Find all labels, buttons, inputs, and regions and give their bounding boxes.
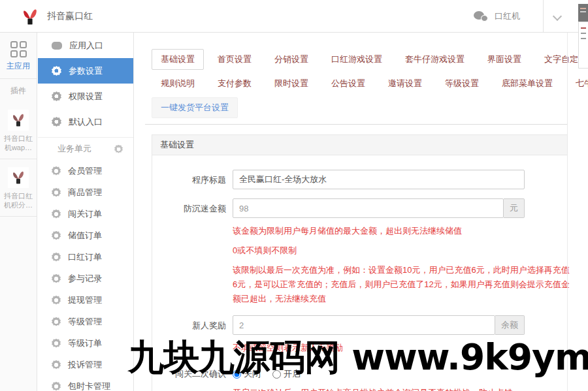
business-section-header: 业务单元	[38, 137, 133, 160]
settings-tabs: 基础设置首页设置分销设置口红游戏设置套牛仔游戏设置界面设置文字自定义储值设置 规…	[152, 49, 588, 118]
gear-icon	[52, 210, 61, 219]
sidebar-business-item[interactable]: 参与记录	[38, 268, 133, 289]
sidebar-item-label: 储值订单	[68, 230, 102, 242]
program-title-label: 程序标题	[152, 170, 226, 189]
sidebar-business-item[interactable]: 提现管理	[38, 289, 133, 311]
settings-tab[interactable]: 七牛设置	[566, 73, 588, 94]
confirm-hint: 开启二次确认后，用户开始点商品挑战之前会询问是否真的挑战，防止点错	[233, 386, 525, 391]
gear-icon	[52, 360, 61, 369]
topbar: 抖音赢口红 口红机	[0, 0, 588, 33]
account-menu[interactable]: 口红机	[474, 0, 520, 33]
app-title: 抖音赢口红	[47, 10, 93, 22]
anti-addiction-row: 防沉迷金额 元 该金额为限制用户每月储值的最大金额，超出则无法继续储值 0或不填…	[152, 198, 567, 306]
settings-tab[interactable]: 一键发货平台设置	[152, 97, 238, 118]
business-section-label: 业务单元	[57, 143, 91, 155]
anti-addiction-label: 防沉迷金额	[152, 198, 226, 306]
sidebar-business-item[interactable]: 商品管理	[38, 181, 133, 203]
program-title-input[interactable]	[233, 170, 525, 189]
sidebar-business-item[interactable]: 口红订单	[38, 246, 133, 268]
cutoff-panel-top	[578, 4, 588, 22]
grid-icon	[10, 41, 27, 57]
sidebar-business-item[interactable]: 等级订单	[38, 332, 133, 354]
newbie-reward-input[interactable]	[233, 315, 495, 335]
settings-tab[interactable]: 等级设置	[436, 73, 488, 94]
sidebar-item-permission-settings[interactable]: 权限设置	[38, 84, 133, 109]
sidebar: 应用入口 参数设置 权限设置 默认入口 业务单元 会员管理 商品管理 闯关订单	[38, 33, 134, 391]
sidebar-business-item[interactable]: 闯关订单	[38, 203, 133, 225]
tab-label: 七牛设置	[576, 78, 588, 88]
yuan-addon: 元	[504, 198, 525, 218]
tab-label: 套牛仔游戏设置	[405, 54, 465, 64]
tab-label: 基础设置	[161, 54, 195, 64]
plugins-section-label: 插件	[0, 79, 37, 102]
settings-tab[interactable]: 邀请设置	[379, 73, 431, 94]
sidebar-item-label: 会员管理	[68, 165, 102, 177]
sidebar-item-label: 权限设置	[69, 91, 103, 102]
sidebar-business-item[interactable]: 储值订单	[38, 225, 133, 246]
chevron-down-icon[interactable]	[553, 12, 562, 21]
left-rail: 主应用 插件 抖音口红机wap… 抖音口红机积分…	[0, 33, 37, 391]
gear-icon	[52, 231, 61, 240]
tab-label: 支付参数	[218, 78, 252, 88]
sidebar-business-item[interactable]: 包时卡管理	[38, 375, 133, 391]
settings-tab[interactable]: 分销设置	[265, 49, 318, 70]
app-logo-icon	[18, 5, 42, 28]
tab-row-3: 一键发货平台设置	[152, 97, 588, 118]
sidebar-item-label: 提现管理	[68, 294, 102, 306]
gear-icon	[52, 382, 61, 391]
business-item-list: 会员管理 商品管理 闯关订单 储值订单 口红订单 参与记录 提现管理	[38, 160, 133, 391]
wechat-icon	[474, 10, 489, 22]
sidebar-item-label: 等级订单	[68, 337, 102, 349]
tab-row-1: 基础设置首页设置分销设置口红游戏设置套牛仔游戏设置界面设置文字自定义储值设置	[152, 49, 588, 70]
anti-addiction-hint-3: 该限制以最后一次充值为准，例如：设置金额10元，用户已充值6元，此时用户选择再充…	[233, 263, 570, 306]
settings-tab[interactable]: 套牛仔游戏设置	[396, 49, 474, 70]
settings-tab[interactable]: 底部菜单设置	[493, 73, 562, 94]
settings-tab[interactable]: 限时设置	[265, 73, 318, 94]
sidebar-item-param-settings[interactable]: 参数设置	[38, 58, 133, 84]
sidebar-item-app-entry[interactable]: 应用入口	[38, 33, 133, 58]
sidebar-business-item[interactable]: 会员管理	[38, 160, 133, 181]
settings-tab[interactable]: 口红游戏设置	[322, 49, 391, 70]
settings-tab[interactable]: 规则说明	[152, 73, 204, 94]
rail-item-plugin-points[interactable]: 抖音口红机积分…	[0, 159, 37, 217]
tab-label: 等级设置	[445, 78, 479, 88]
tabs-divider	[145, 124, 567, 125]
lipstick-plugin-icon	[8, 110, 29, 131]
lipstick-plugin-icon	[8, 167, 29, 188]
sidebar-item-label: 默认入口	[69, 116, 103, 128]
tab-label: 邀请设置	[388, 78, 422, 88]
sidebar-item-default-entry[interactable]: 默认入口	[38, 109, 133, 134]
tab-label: 分销设置	[274, 54, 308, 64]
sidebar-item-label: 等级管理	[68, 316, 102, 328]
settings-tab[interactable]: 基础设置	[152, 49, 204, 70]
settings-tab[interactable]: 公告设置	[322, 73, 374, 94]
rail-item-main-app[interactable]: 主应用	[0, 33, 37, 79]
settings-tab[interactable]: 支付参数	[208, 73, 261, 94]
account-label: 口红机	[495, 10, 520, 22]
sidebar-item-label: 闯关订单	[68, 208, 102, 220]
anti-addiction-input[interactable]	[233, 198, 504, 218]
settings-tab[interactable]: 界面设置	[478, 49, 531, 70]
tab-label: 公告设置	[331, 78, 365, 88]
gear-icon	[52, 166, 61, 176]
sidebar-business-item[interactable]: 等级管理	[38, 311, 133, 332]
plugin-points-label: 抖音口红机积分…	[1, 191, 35, 210]
sidebar-item-label: 参数设置	[69, 65, 103, 77]
panel-title: 基础设置	[152, 135, 567, 155]
gear-icon	[52, 91, 61, 101]
gear-icon	[52, 188, 61, 197]
tab-label: 界面设置	[487, 54, 521, 64]
settings-tab[interactable]: 首页设置	[208, 49, 261, 70]
balance-addon: 余额	[495, 315, 525, 335]
gear-icon	[52, 66, 61, 76]
tab-label: 限时设置	[274, 78, 308, 88]
rail-item-plugin-wap[interactable]: 抖音口红机wap…	[0, 102, 37, 159]
tab-label: 一键发货平台设置	[161, 102, 229, 112]
gear-icon[interactable]	[114, 145, 123, 153]
sidebar-item-label: 包时卡管理	[68, 381, 110, 391]
main-app-label: 主应用	[1, 61, 35, 72]
cutoff-panel-bottom	[578, 22, 588, 69]
tab-label: 规则说明	[161, 78, 195, 88]
program-title-row: 程序标题	[152, 170, 567, 189]
sidebar-business-item[interactable]: 投诉管理	[38, 354, 133, 375]
